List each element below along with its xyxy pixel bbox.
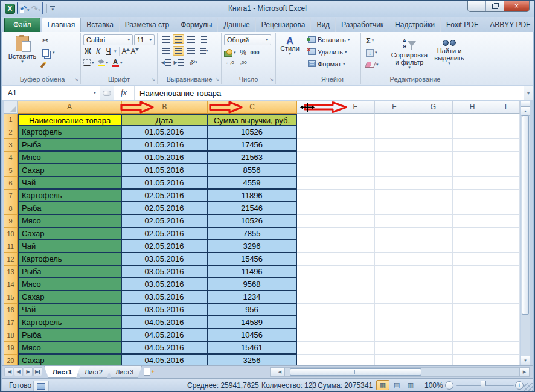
sheet-tab-Лист2[interactable]: Лист2 <box>76 366 111 378</box>
cell[interactable] <box>414 355 453 365</box>
italic-button[interactable]: К <box>94 47 103 56</box>
cell[interactable]: Картофель <box>18 190 122 202</box>
cell[interactable] <box>414 202 453 215</box>
cell[interactable] <box>297 152 336 164</box>
cell[interactable] <box>492 304 520 316</box>
cell[interactable]: 8556 <box>208 164 297 177</box>
cell[interactable] <box>453 342 492 355</box>
tab-home[interactable]: Главная <box>42 18 82 32</box>
tab-page-layout[interactable]: Разметка стр <box>120 18 175 32</box>
sheet-tab-Лист3[interactable]: Лист3 <box>107 366 142 378</box>
cell[interactable]: Мясо <box>18 278 122 291</box>
cell[interactable] <box>336 329 375 342</box>
zoom-level[interactable]: 100% <box>424 381 443 390</box>
column-header-G[interactable]: G <box>414 101 453 114</box>
name-box[interactable]: A1 ▾ <box>2 86 100 100</box>
find-select-button[interactable]: Найти и выделить ▾ <box>431 34 467 80</box>
fill-button[interactable]: ↓▾ <box>364 47 380 58</box>
align-bottom-button[interactable] <box>185 34 197 44</box>
insert-function-button[interactable]: fx <box>114 86 135 100</box>
cell[interactable] <box>336 342 375 355</box>
cell[interactable]: 01.05.2016 <box>122 164 208 177</box>
column-header-B[interactable]: B <box>122 101 208 114</box>
cell[interactable]: 02.05.2016 <box>122 228 208 240</box>
tab-addins[interactable]: Надстройки <box>389 18 441 32</box>
first-sheet-button[interactable]: ◀ <box>4 367 13 376</box>
cell[interactable] <box>336 152 375 164</box>
cell[interactable] <box>297 164 336 177</box>
align-middle-button[interactable] <box>173 34 184 44</box>
cell[interactable] <box>336 164 375 177</box>
row-header[interactable]: 4 <box>4 152 18 164</box>
cell[interactable] <box>297 316 336 329</box>
number-dialog-launcher-icon[interactable]: ↘ <box>269 77 274 82</box>
cell[interactable] <box>492 342 520 355</box>
cell[interactable] <box>453 139 492 152</box>
cell[interactable] <box>375 152 414 164</box>
cell[interactable] <box>414 126 453 139</box>
cell[interactable] <box>492 190 520 202</box>
wrap-text-button[interactable] <box>198 34 210 44</box>
cell[interactable]: Сахар <box>18 355 122 365</box>
formula-content[interactable]: Наименование товара <box>135 86 524 100</box>
cell[interactable] <box>336 177 375 190</box>
alignment-dialog-launcher-icon[interactable]: ↘ <box>215 77 219 82</box>
insert-cells-button[interactable]: Вставить ▾ <box>308 34 360 45</box>
cell[interactable]: Картофель <box>18 126 122 139</box>
zoom-in-button[interactable]: + <box>515 381 524 390</box>
column-header-hidden[interactable] <box>297 101 336 114</box>
cell[interactable] <box>453 266 492 278</box>
clear-button[interactable]: ▾ <box>364 59 380 70</box>
insert-worksheet-button[interactable]: ✦ <box>142 367 156 376</box>
cell[interactable]: Сахар <box>18 164 122 177</box>
cut-button[interactable]: ✂ <box>40 35 57 46</box>
accounting-format-button[interactable]: ▾ <box>224 47 236 58</box>
cell[interactable]: 01.05.2016 <box>122 152 208 164</box>
cell[interactable] <box>414 316 453 329</box>
cell[interactable]: 9568 <box>208 278 297 291</box>
cell[interactable] <box>297 114 336 126</box>
tab-abbyy[interactable]: ABBYY PDF Tr <box>484 18 535 32</box>
cell[interactable]: 01.05.2016 <box>122 139 208 152</box>
cell[interactable] <box>375 126 414 139</box>
cell[interactable] <box>453 253 492 266</box>
cell[interactable]: 02.05.2016 <box>122 240 208 253</box>
cell[interactable] <box>414 114 453 126</box>
next-sheet-button[interactable]: ▶ <box>24 367 33 376</box>
cell[interactable] <box>453 152 492 164</box>
cell[interactable]: 03.05.2016 <box>122 291 208 304</box>
cell[interactable] <box>375 190 414 202</box>
clipboard-dialog-launcher-icon[interactable]: ↘ <box>74 77 78 82</box>
horizontal-scrollbar[interactable]: ◀ ▶ <box>270 367 530 377</box>
sheet-tab-Лист1[interactable]: Лист1 <box>44 366 80 378</box>
cell[interactable] <box>375 202 414 215</box>
cell[interactable]: 03.05.2016 <box>122 266 208 278</box>
orientation-button[interactable]: ab▾ <box>185 57 201 67</box>
cell[interactable] <box>492 114 520 126</box>
align-right-button[interactable] <box>185 46 197 56</box>
cell[interactable] <box>453 228 492 240</box>
cell[interactable]: 01.05.2016 <box>122 126 208 139</box>
tab-data[interactable]: Данные <box>218 18 255 32</box>
column-header-H[interactable]: H <box>453 101 492 114</box>
cell[interactable] <box>336 304 375 316</box>
cell[interactable]: 956 <box>208 304 297 316</box>
scroll-right-icon[interactable]: ▶ <box>519 368 529 376</box>
horizontal-scroll-track[interactable] <box>285 368 519 376</box>
cell[interactable] <box>375 253 414 266</box>
cell[interactable]: 1234 <box>208 291 297 304</box>
close-button[interactable]: × <box>504 1 529 11</box>
percent-style-button[interactable]: % <box>240 48 247 57</box>
delete-cells-button[interactable]: Удалить ▾ <box>308 47 360 57</box>
cell[interactable]: 11496 <box>208 266 297 278</box>
cell[interactable] <box>453 329 492 342</box>
row-header[interactable]: 11 <box>4 240 18 253</box>
decrease-indent-button[interactable]: ◀ <box>160 57 171 67</box>
name-box-caret-icon[interactable]: ▾ <box>90 91 100 95</box>
cell[interactable] <box>336 215 375 228</box>
expand-formula-bar-icon[interactable]: ▾ <box>524 86 533 100</box>
comma-style-button[interactable]: 000 <box>251 50 260 56</box>
row-header[interactable]: 6 <box>4 177 18 190</box>
view-page-break-button[interactable]: ▥ <box>404 380 417 390</box>
tab-insert[interactable]: Вставка <box>81 18 120 32</box>
